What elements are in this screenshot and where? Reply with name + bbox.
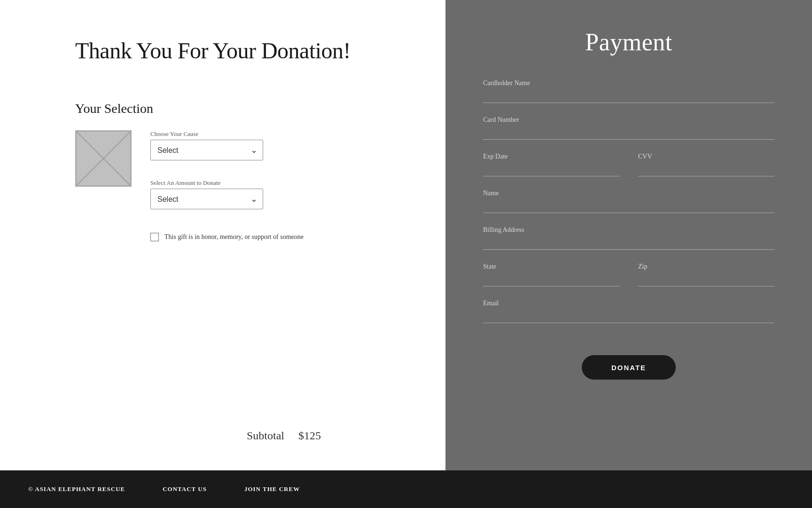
cause-label: Choose Your Cause xyxy=(150,130,304,138)
amount-select[interactable]: Select xyxy=(150,189,263,209)
state-zip-row: State Zip xyxy=(483,263,774,286)
honor-checkbox-label: This gift is in honor, memory, or suppor… xyxy=(164,233,304,241)
email-label: Email xyxy=(483,300,774,307)
cardholder-name-field: Cardholder Name xyxy=(483,79,774,103)
subtotal-label: Subtotal xyxy=(247,429,284,442)
state-label: State xyxy=(483,263,619,270)
name-input[interactable] xyxy=(483,201,774,213)
state-field: State xyxy=(483,263,619,286)
left-panel: Thank You For Your Donation! Your Select… xyxy=(0,0,445,470)
page-title: Thank You For Your Donation! xyxy=(75,38,398,64)
billing-address-field: Billing Address xyxy=(483,226,774,250)
cardholder-name-input[interactable] xyxy=(483,91,774,103)
honor-checkbox-row: This gift is in honor, memory, or suppor… xyxy=(150,233,304,241)
card-number-input[interactable] xyxy=(483,127,774,140)
card-number-label: Card Number xyxy=(483,116,774,124)
zip-label: Zip xyxy=(638,263,774,270)
cause-field: Choose Your Cause Select ⌄ xyxy=(150,130,304,160)
donate-button[interactable]: DONATE xyxy=(582,355,676,380)
join-crew-link[interactable]: JOIN THE CREW xyxy=(244,485,300,493)
name-field: Name xyxy=(483,190,774,213)
exp-date-input[interactable] xyxy=(483,164,619,176)
cause-select[interactable]: Select xyxy=(150,140,263,160)
payment-panel: Payment Cardholder Name Card Number Exp … xyxy=(445,0,812,470)
exp-date-field: Exp Date xyxy=(483,153,619,176)
subtotal-amount: $125 xyxy=(298,429,321,442)
footer-brand: © ASIAN ELEPHANT RESCUE xyxy=(28,485,125,493)
email-input[interactable] xyxy=(483,311,774,323)
exp-date-label: Exp Date xyxy=(483,153,619,160)
cvv-input[interactable] xyxy=(638,164,774,176)
amount-field: Select An Amount to Donate Select ⌄ xyxy=(150,179,304,209)
cvv-field: CVV xyxy=(638,153,774,176)
zip-input[interactable] xyxy=(638,274,774,286)
contact-us-link[interactable]: CONTACT US xyxy=(163,485,207,493)
cause-select-wrapper: Select ⌄ xyxy=(150,140,263,160)
payment-title: Payment xyxy=(483,28,774,56)
state-input[interactable] xyxy=(483,274,619,286)
product-image xyxy=(75,130,132,187)
exp-cvv-row: Exp Date CVV xyxy=(483,153,774,176)
subtotal-row: Subtotal $125 xyxy=(169,401,398,442)
dropdowns-area: Choose Your Cause Select ⌄ Select An Amo… xyxy=(150,130,304,241)
honor-checkbox[interactable] xyxy=(150,233,159,241)
zip-field: Zip xyxy=(638,263,774,286)
amount-select-wrapper: Select ⌄ xyxy=(150,189,263,209)
amount-label: Select An Amount to Donate xyxy=(150,179,304,187)
cardholder-name-label: Cardholder Name xyxy=(483,79,774,87)
your-selection-label: Your Selection xyxy=(75,101,398,116)
email-field: Email xyxy=(483,300,774,323)
card-number-field: Card Number xyxy=(483,116,774,140)
selection-row: Choose Your Cause Select ⌄ Select An Amo… xyxy=(75,130,398,241)
billing-address-input[interactable] xyxy=(483,238,774,250)
name-label: Name xyxy=(483,190,774,197)
footer: © ASIAN ELEPHANT RESCUE CONTACT US JOIN … xyxy=(0,470,812,508)
cvv-label: CVV xyxy=(638,153,774,160)
billing-address-label: Billing Address xyxy=(483,226,774,234)
